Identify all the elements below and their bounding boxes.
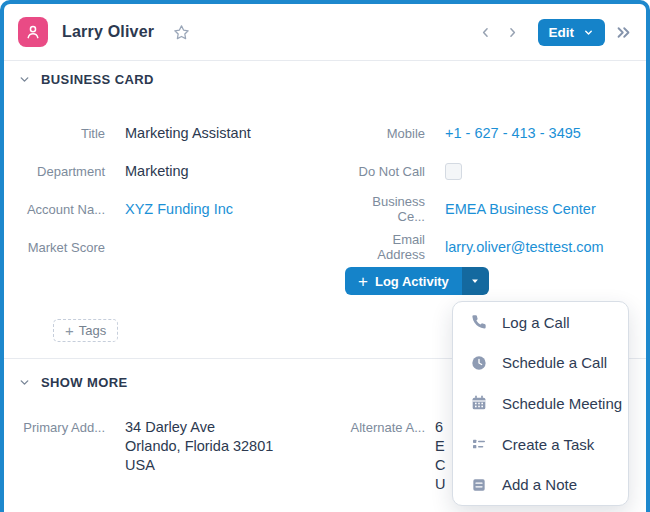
clock-icon — [470, 354, 487, 371]
menu-item-schedule-a-call[interactable]: Schedule a Call — [453, 343, 628, 384]
field-value-primary-address: 34 Darley Ave Orlando, Florida 32801 USA — [125, 418, 325, 494]
record-header: Larry Oliver Edit — [4, 4, 646, 61]
field-label-mobile: Mobile — [345, 114, 425, 152]
log-activity-label: Log Activity — [375, 274, 449, 289]
business-card-section-toggle[interactable]: BUSINESS CARD — [18, 72, 154, 87]
chevron-down-icon — [18, 376, 31, 389]
menu-item-label: Create a Task — [502, 436, 594, 453]
section-title: SHOW MORE — [41, 375, 128, 390]
phone-icon — [470, 314, 487, 331]
field-value-mobile[interactable]: +1 - 627 - 413 - 3495 — [445, 125, 581, 141]
task-list-icon — [470, 436, 487, 453]
field-value-title: Marketing Assistant — [125, 114, 325, 152]
add-tags-button[interactable]: + Tags — [53, 319, 118, 342]
caret-down-icon — [470, 276, 480, 286]
field-label-business-center: Business Ce... — [345, 190, 425, 228]
do-not-call-checkbox[interactable] — [445, 163, 462, 180]
log-activity-split-button: + Log Activity — [345, 267, 489, 295]
person-icon — [24, 23, 42, 41]
menu-item-label: Log a Call — [502, 314, 570, 331]
edit-button[interactable]: Edit — [538, 19, 606, 46]
plus-icon: + — [358, 273, 368, 290]
field-label-title: Title — [15, 114, 105, 152]
field-label-department: Department — [15, 152, 105, 190]
menu-item-log-a-call[interactable]: Log a Call — [453, 302, 628, 343]
tags-label: Tags — [79, 323, 106, 338]
field-value-business-center[interactable]: EMEA Business Center — [445, 201, 596, 217]
section-title: BUSINESS CARD — [41, 72, 154, 87]
field-label-account-name: Account Na... — [15, 190, 105, 228]
note-icon — [470, 476, 487, 493]
menu-item-label: Schedule a Call — [502, 354, 607, 371]
field-value-account-name[interactable]: XYZ Funding Inc — [125, 201, 233, 217]
plus-icon: + — [65, 323, 74, 338]
contact-avatar — [18, 17, 48, 47]
log-activity-caret-button[interactable] — [462, 267, 489, 295]
chevron-down-icon — [583, 27, 594, 38]
menu-item-create-a-task[interactable]: Create a Task — [453, 424, 628, 465]
next-record-icon[interactable] — [505, 25, 520, 40]
field-value-market-score — [125, 228, 325, 266]
field-label-market-score: Market Score — [15, 228, 105, 266]
field-label-primary-address: Primary Add... — [15, 418, 105, 494]
previous-record-icon[interactable] — [478, 25, 493, 40]
calendar-icon — [470, 395, 487, 412]
favorite-star-icon[interactable] — [172, 23, 191, 42]
show-more-section-toggle[interactable]: SHOW MORE — [18, 375, 128, 390]
chevron-down-icon — [18, 73, 31, 86]
contact-name: Larry Oliver — [62, 23, 154, 41]
field-label-alternate-address: Alternate A... — [345, 418, 425, 494]
log-activity-button[interactable]: + Log Activity — [345, 267, 462, 295]
log-activity-dropdown-menu: Log a Call Schedule a Call Schedule Me — [452, 301, 629, 506]
business-card-fields: Title Marketing Assistant Mobile +1 - 62… — [0, 114, 650, 266]
expand-panel-icon[interactable] — [615, 24, 632, 41]
menu-item-label: Schedule Meeting — [502, 395, 622, 412]
menu-item-schedule-meeting[interactable]: Schedule Meeting — [453, 383, 628, 424]
menu-item-add-a-note[interactable]: Add a Note — [453, 464, 628, 505]
menu-item-label: Add a Note — [502, 476, 577, 493]
field-label-email-address: Email Address — [345, 228, 425, 266]
field-value-email-address[interactable]: larry.oliver@testtest.com — [445, 239, 604, 255]
field-label-do-not-call: Do Not Call — [345, 152, 425, 190]
field-value-department: Marketing — [125, 152, 325, 190]
edit-button-label: Edit — [549, 25, 575, 40]
